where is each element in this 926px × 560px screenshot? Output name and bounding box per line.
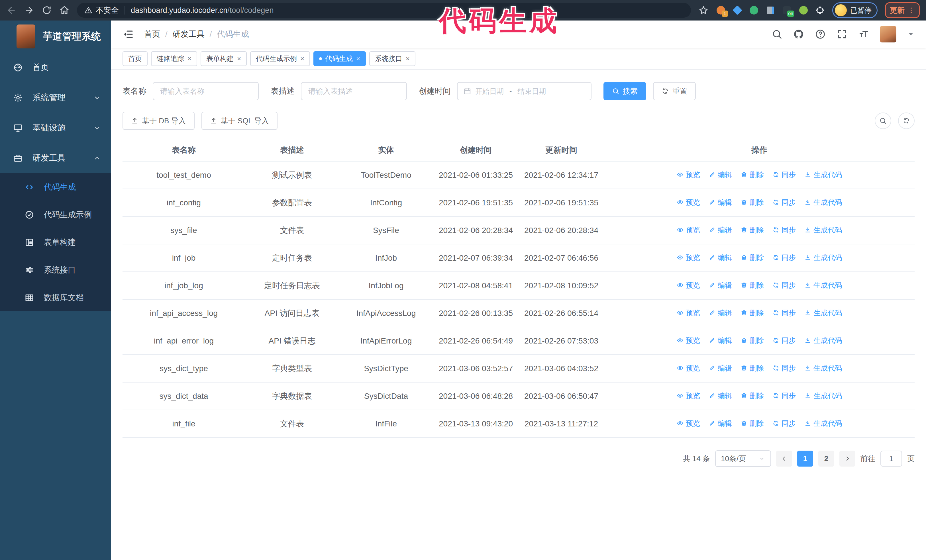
- app-logo[interactable]: 芋道管理系统: [0, 21, 111, 53]
- tab-close-icon[interactable]: ×: [356, 55, 360, 62]
- action-delete-link[interactable]: 删除: [740, 224, 764, 235]
- action-generate-link[interactable]: 生成代码: [804, 335, 842, 346]
- action-preview-link[interactable]: 预览: [677, 390, 700, 402]
- next-page-button[interactable]: [840, 451, 855, 466]
- action-edit-link[interactable]: 编辑: [709, 307, 732, 318]
- action-sync-link[interactable]: 同步: [772, 224, 796, 235]
- page-button-1[interactable]: 1: [797, 451, 813, 466]
- action-edit-link[interactable]: 编辑: [709, 169, 732, 180]
- action-preview-link[interactable]: 预览: [677, 279, 700, 291]
- action-delete-link[interactable]: 删除: [740, 390, 764, 402]
- tab-form-builder[interactable]: 表单构建×: [201, 51, 247, 66]
- action-generate-link[interactable]: 生成代码: [804, 196, 842, 208]
- user-avatar[interactable]: [880, 26, 896, 42]
- action-delete-link[interactable]: 删除: [740, 307, 764, 318]
- address-bar[interactable]: 不安全 dashboard.yudao.iocoder.cn/tool/code…: [77, 3, 691, 18]
- action-generate-link[interactable]: 生成代码: [804, 252, 842, 263]
- extension-check-icon[interactable]: [749, 5, 759, 15]
- sidebar-item-home[interactable]: 首页: [0, 53, 111, 83]
- github-icon[interactable]: [793, 29, 804, 39]
- tab-close-icon[interactable]: ×: [406, 55, 410, 62]
- tab-tracing[interactable]: 链路追踪×: [151, 51, 197, 66]
- fullscreen-icon[interactable]: [837, 29, 847, 39]
- action-generate-link[interactable]: 生成代码: [804, 418, 842, 429]
- sidebar-item-infra[interactable]: 基础设施: [0, 113, 111, 143]
- refresh-table-button[interactable]: [898, 113, 915, 129]
- action-generate-link[interactable]: 生成代码: [804, 362, 842, 374]
- action-generate-link[interactable]: 生成代码: [804, 169, 842, 180]
- bookmark-star-icon[interactable]: [698, 5, 709, 15]
- action-generate-link[interactable]: 生成代码: [804, 279, 842, 291]
- breadcrumb-item[interactable]: 首页: [144, 29, 160, 39]
- action-sync-link[interactable]: 同步: [772, 307, 796, 318]
- sidebar-item-devtools[interactable]: 研发工具: [0, 143, 111, 173]
- action-preview-link[interactable]: 预览: [677, 196, 700, 208]
- tab-system-api[interactable]: 系统接口×: [369, 51, 415, 66]
- action-generate-link[interactable]: 生成代码: [804, 307, 842, 318]
- extension-stats-icon[interactable]: [766, 5, 775, 15]
- import-sql-button[interactable]: 基于 SQL 导入: [201, 112, 278, 130]
- action-delete-link[interactable]: 删除: [740, 418, 764, 429]
- search-icon[interactable]: [772, 29, 782, 39]
- prev-page-button[interactable]: [776, 451, 792, 466]
- sidebar-collapse-icon[interactable]: [123, 29, 134, 40]
- action-preview-link[interactable]: 预览: [677, 169, 700, 180]
- reset-button[interactable]: 重置: [653, 82, 696, 100]
- browser-profile-button[interactable]: 已暂停: [832, 2, 878, 18]
- tab-close-icon[interactable]: ×: [300, 55, 304, 62]
- action-delete-link[interactable]: 删除: [740, 362, 764, 374]
- action-sync-link[interactable]: 同步: [772, 252, 796, 263]
- action-preview-link[interactable]: 预览: [677, 418, 700, 429]
- search-button[interactable]: 搜索: [604, 82, 646, 100]
- action-edit-link[interactable]: 编辑: [709, 196, 732, 208]
- action-preview-link[interactable]: 预览: [677, 362, 700, 374]
- action-preview-link[interactable]: 预览: [677, 252, 700, 263]
- browser-menu-dots-icon[interactable]: [908, 6, 915, 14]
- breadcrumb-item[interactable]: 研发工具: [172, 29, 204, 39]
- extension-sync-icon[interactable]: 1: [716, 5, 726, 15]
- action-edit-link[interactable]: 编辑: [709, 418, 732, 429]
- tab-home[interactable]: 首页: [123, 51, 148, 66]
- action-preview-link[interactable]: 预览: [677, 307, 700, 318]
- tab-codegen-example[interactable]: 代码生成示例×: [250, 51, 310, 66]
- extension-switch-icon[interactable]: on: [782, 5, 792, 15]
- table-desc-input[interactable]: [301, 82, 407, 100]
- tab-close-icon[interactable]: ×: [188, 55, 191, 62]
- user-menu-caret-icon[interactable]: [907, 30, 915, 38]
- browser-home-icon[interactable]: [59, 5, 70, 15]
- tab-close-icon[interactable]: ×: [237, 55, 241, 62]
- action-preview-link[interactable]: 预览: [677, 224, 700, 235]
- action-sync-link[interactable]: 同步: [772, 335, 796, 346]
- browser-reload-icon[interactable]: [42, 5, 52, 15]
- action-delete-link[interactable]: 删除: [740, 252, 764, 263]
- action-preview-link[interactable]: 预览: [677, 335, 700, 346]
- action-edit-link[interactable]: 编辑: [709, 252, 732, 263]
- sidebar-item-system-api[interactable]: 系统接口: [0, 256, 111, 284]
- action-sync-link[interactable]: 同步: [772, 279, 796, 291]
- action-generate-link[interactable]: 生成代码: [804, 390, 842, 402]
- extension-puzzle-icon[interactable]: [815, 5, 825, 15]
- action-edit-link[interactable]: 编辑: [709, 335, 732, 346]
- action-sync-link[interactable]: 同步: [772, 418, 796, 429]
- sidebar-item-system[interactable]: 系统管理: [0, 83, 111, 113]
- action-generate-link[interactable]: 生成代码: [804, 224, 842, 235]
- font-size-icon[interactable]: [858, 29, 869, 39]
- action-delete-link[interactable]: 删除: [740, 279, 764, 291]
- sidebar-item-codegen-example[interactable]: 代码生成示例: [0, 201, 111, 228]
- browser-forward-icon[interactable]: [24, 5, 34, 15]
- table-name-input[interactable]: [153, 82, 259, 100]
- tab-codegen[interactable]: 代码生成×: [313, 51, 366, 66]
- action-delete-link[interactable]: 删除: [740, 335, 764, 346]
- action-edit-link[interactable]: 编辑: [709, 279, 732, 291]
- goto-page-input[interactable]: [881, 451, 902, 466]
- action-edit-link[interactable]: 编辑: [709, 390, 732, 402]
- page-size-select[interactable]: 10条/页: [715, 450, 771, 467]
- toggle-search-button[interactable]: [875, 113, 891, 129]
- browser-update-button[interactable]: 更新: [885, 2, 920, 18]
- sidebar-item-form-builder[interactable]: 表单构建: [0, 228, 111, 256]
- sidebar-item-codegen[interactable]: 代码生成: [0, 173, 111, 201]
- extension-gem-icon[interactable]: [732, 5, 742, 15]
- action-edit-link[interactable]: 编辑: [709, 362, 732, 374]
- import-db-button[interactable]: 基于 DB 导入: [123, 112, 195, 130]
- sidebar-item-db-doc[interactable]: 数据库文档: [0, 284, 111, 311]
